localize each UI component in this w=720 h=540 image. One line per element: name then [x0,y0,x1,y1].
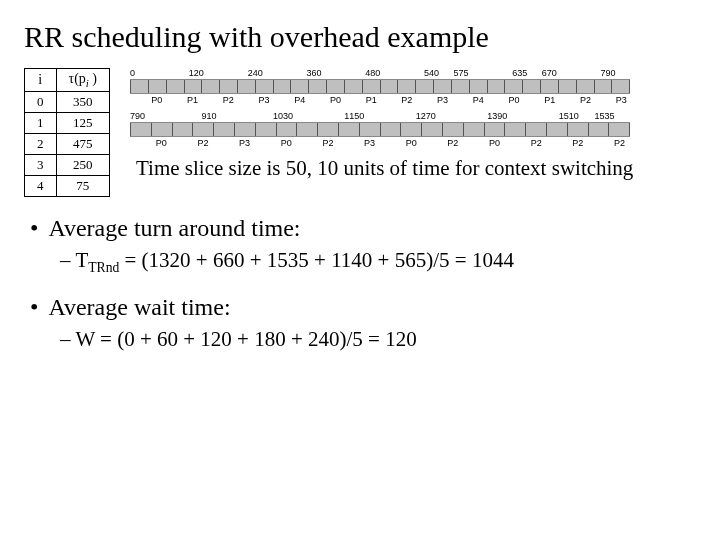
gantt-process-label [422,138,443,148]
gantt-tick [336,68,365,78]
tau-pre: τ(p [69,71,86,86]
gantt-process-label: P2 [526,138,547,148]
cell-tau: 250 [56,154,110,175]
gantt-segment [172,123,193,136]
gantt-tick: 575 [454,68,483,78]
cell-tau: 350 [56,91,110,112]
gantt-process-label [594,95,612,105]
gantt-segment [130,80,148,93]
table-row: 475 [25,175,110,196]
cell-i: 4 [25,175,57,196]
gantt-tick [380,111,416,121]
gantt-process-label: P2 [442,138,463,148]
gantt-process-label: P2 [567,138,588,148]
gantt-process-label: P0 [276,138,297,148]
gantt-segment [276,123,297,136]
gantt-process-label [452,95,470,105]
gantt-segment [421,123,442,136]
gantt-process-label: P2 [577,95,595,105]
gantt-process-label: P4 [291,95,309,105]
gantt-segment [415,80,433,93]
gantt-segment [611,80,630,93]
gantt-segment [469,80,487,93]
gantt-tick: 480 [365,68,394,78]
gantt-segment [442,123,463,136]
gantt-segment [567,123,588,136]
table-row: 3250 [25,154,110,175]
gantt-segment [546,123,567,136]
gantt-segment [308,80,326,93]
gantt-segment [338,123,359,136]
gantt-segment [326,80,344,93]
cell-tau: 75 [56,175,110,196]
gantt-tick: 120 [189,68,218,78]
gantt-ticks-row2: 790910103011501270139015101535 [130,111,630,121]
cell-tau: 475 [56,133,110,154]
gantt-segment [588,123,609,136]
gantt-tick: 1390 [487,111,523,121]
col-tau-header: τ(pi ) [56,69,110,92]
wait-equation: W = (0 + 60 + 120 + 180 + 240)/5 = 120 [60,327,696,352]
table-row: 2475 [25,133,110,154]
gantt-process-label [297,138,318,148]
gantt-segment [201,80,219,93]
gantt-labels-row1: P0P1P2P3P4P0P1P2P3P4P0P1P2P3 [130,95,630,105]
gantt-segment [273,80,291,93]
gantt-tick: 790 [130,111,166,121]
bullet-turnaround: Average turn around time: [30,215,696,242]
gantt-segment [219,80,237,93]
gantt-tick: 1535 [594,111,630,121]
gantt-segment [151,123,172,136]
gantt-tick: 1150 [344,111,380,121]
gantt-segment [540,80,558,93]
gantt-process-label: P0 [401,138,422,148]
gantt-process-label: P3 [359,138,380,148]
gantt-process-label [416,95,434,105]
gantt-segment [317,123,338,136]
gantt-process-label: P3 [434,95,452,105]
gantt-segment [234,123,255,136]
gantt-process-label: P3 [255,95,273,105]
table-row: 0350 [25,91,110,112]
gantt-segment [576,80,594,93]
gantt-segment [397,80,415,93]
gantt-segment [487,80,505,93]
gantt-process-label [130,138,151,148]
gantt-process-label: P0 [484,138,505,148]
gantt-process-label [273,95,291,105]
gantt-process-label [166,95,184,105]
gantt-tick: 790 [601,68,630,78]
gantt-tick [571,68,600,78]
cell-i: 1 [25,112,57,133]
gantt-segment [237,80,255,93]
gantt-process-label: P2 [609,138,630,148]
gantt-segment [344,80,362,93]
gantt-segment [296,123,317,136]
gantt-process-label [559,95,577,105]
eq-T-post: = (1320 + 660 + 1535 + 1140 + 565)/5 = 1… [119,248,514,272]
gantt-chart: 0120240360480540575635670790 P0P1P2P3P4P… [130,68,633,148]
slide: RR scheduling with overhead example i τ(… [0,0,720,540]
gantt-segment [463,123,484,136]
upper-row: i τ(pi ) 0350 1125 2475 3250 475 0120240… [24,68,696,197]
gantt-process-label: P0 [326,95,344,105]
gantt-segment [400,123,421,136]
process-table: i τ(pi ) 0350 1125 2475 3250 475 [24,68,110,197]
gantt-process-label [380,95,398,105]
gantt-process-label [547,138,568,148]
gantt-process-label [201,95,219,105]
gantt-tick: 360 [306,68,335,78]
gantt-process-label: P3 [612,95,630,105]
eq-T-sub: TRnd [88,260,119,275]
cell-i: 3 [25,154,57,175]
gantt-segment [380,123,401,136]
gantt-process-label [237,95,255,105]
gantt-labels-row2: P0P2P3P0P2P3P0P2P0P2P2P2 [130,138,630,148]
gantt-process-label [213,138,234,148]
gantt-process-label: P1 [362,95,380,105]
col-i-header: i [25,69,57,92]
gantt-tick: 670 [542,68,571,78]
gantt-segment [213,123,234,136]
gantt-process-label: P0 [151,138,172,148]
gantt-process-label [487,95,505,105]
